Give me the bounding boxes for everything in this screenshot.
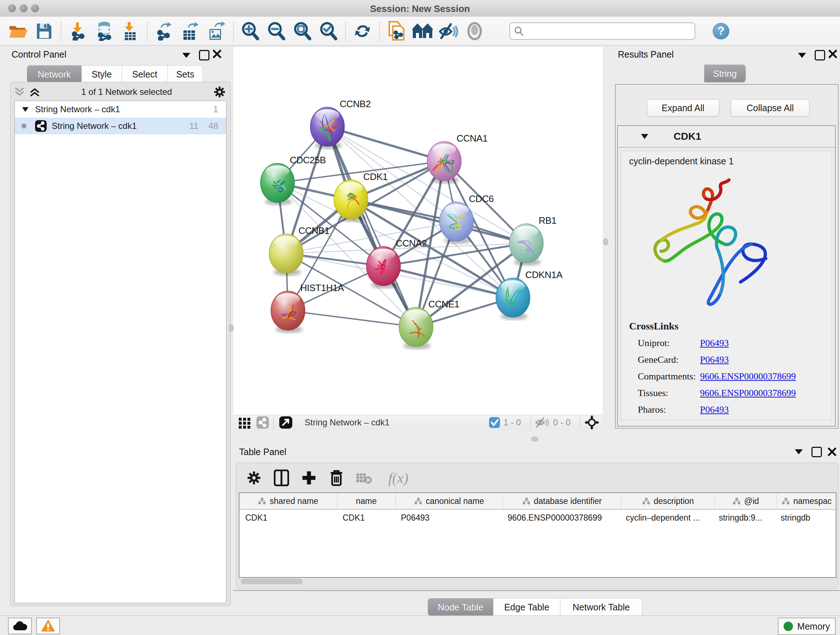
node-CCNE1[interactable]: CCNE1: [399, 299, 459, 349]
table-cell[interactable]: stringdb:9...: [713, 510, 775, 526]
delete-column-button[interactable]: [327, 468, 346, 488]
table-horizontal-scrollbar[interactable]: [241, 578, 302, 584]
control-panel-float-icon[interactable]: [182, 53, 190, 58]
collection-expander-icon[interactable]: [22, 107, 28, 112]
column-header-shared-name[interactable]: shared name: [240, 493, 337, 509]
control-panel-maximize-icon[interactable]: [199, 50, 210, 60]
node-CDC6[interactable]: CDC6: [439, 193, 494, 244]
hide-unhide-button[interactable]: [438, 21, 459, 42]
horizontal-splitter-handle[interactable]: [531, 437, 538, 442]
show-columns-button[interactable]: [272, 468, 291, 488]
results-panel-float-icon[interactable]: [798, 53, 806, 58]
tab-select[interactable]: Select: [122, 65, 168, 83]
open-in-window-button[interactable]: [278, 416, 294, 429]
tab-style[interactable]: Style: [82, 65, 122, 83]
tab-edge-table[interactable]: Edge Table: [493, 598, 561, 616]
column-header-name[interactable]: name: [337, 493, 396, 509]
import-network-from-file-button[interactable]: [68, 21, 88, 42]
open-session-button[interactable]: [8, 21, 28, 42]
collapse-all-button[interactable]: Collapse All: [731, 99, 810, 117]
table-row[interactable]: CDK1CDK1P064939606.ENSP00000378699cyclin…: [240, 510, 836, 526]
left-splitter-handle[interactable]: [229, 325, 234, 332]
edge-CCNB2-CCNA1[interactable]: [327, 127, 444, 161]
warnings-button[interactable]: [36, 618, 60, 634]
table-cell[interactable]: CDK1: [337, 510, 395, 526]
export-network-button[interactable]: [154, 21, 175, 42]
tab-node-table[interactable]: Node Table: [428, 598, 493, 616]
node-table[interactable]: shared namenamecanonical namedatabase id…: [239, 492, 836, 578]
crosslink-link[interactable]: 9606.ENSP00000378699: [700, 371, 796, 382]
export-image-button[interactable]: [206, 21, 227, 42]
network-row[interactable]: String Network – cdk1 11 48: [15, 118, 226, 134]
network-options-gear-icon[interactable]: [213, 86, 226, 98]
control-panel-close-icon[interactable]: [213, 50, 221, 58]
cloud-status-button[interactable]: [8, 618, 32, 634]
save-session-button[interactable]: [34, 21, 55, 42]
node-RB1[interactable]: RB1: [509, 215, 556, 266]
help-button[interactable]: ?: [713, 23, 729, 40]
node-CCNA1[interactable]: CCNA1: [427, 133, 488, 184]
column-header-database-identifier[interactable]: database identifier: [503, 493, 622, 509]
search-input[interactable]: [509, 22, 695, 40]
tab-sets[interactable]: Sets: [168, 65, 203, 83]
column-header-@id[interactable]: @id: [715, 493, 777, 509]
network-canvas[interactable]: CCNB2CCNA1CDC25BCDK1CDC6RB1CCNB1CCNA2CDK…: [233, 47, 603, 415]
crosslink-link[interactable]: P06493: [700, 338, 729, 348]
table-cell[interactable]: CDK1: [240, 510, 337, 526]
node-CDKN1A[interactable]: CDKN1A: [496, 269, 563, 320]
search-text-field[interactable]: [524, 24, 695, 38]
collapse-all-networks-icon[interactable]: [30, 87, 40, 97]
node-HIST1H1A[interactable]: HIST1H1A: [271, 282, 344, 333]
table-cell[interactable]: stringdb: [775, 510, 834, 526]
home-layout-button[interactable]: [412, 21, 433, 42]
refresh-view-button[interactable]: [352, 21, 373, 42]
column-header-canonical-name[interactable]: canonical name: [396, 493, 503, 509]
node-CDC25B[interactable]: CDC25B: [261, 155, 326, 205]
delete-table-button[interactable]: [354, 468, 374, 488]
memory-button[interactable]: Memory: [778, 618, 836, 635]
table-panel-close-icon[interactable]: [828, 448, 836, 456]
right-splitter-handle[interactable]: [603, 238, 608, 245]
edge-CCNB2-CCNE1[interactable]: [327, 127, 416, 327]
results-panel-maximize-icon[interactable]: [815, 50, 825, 60]
edge-HIST1H1A-CCNE1[interactable]: [288, 310, 416, 327]
table-cell[interactable]: P06493: [395, 510, 502, 526]
export-table-button[interactable]: [180, 21, 201, 42]
node-CCNB2[interactable]: CCNB2: [310, 98, 371, 149]
tab-network[interactable]: Network: [27, 65, 82, 83]
column-header-description[interactable]: description: [622, 493, 715, 509]
copy-network-button[interactable]: [386, 21, 407, 42]
table-panel-float-icon[interactable]: [795, 449, 803, 454]
table-settings-button[interactable]: [244, 468, 264, 488]
share-network-icon[interactable]: [256, 416, 269, 429]
node-CCNB1[interactable]: CCNB1: [269, 225, 330, 276]
selected-checkbox-icon[interactable]: [489, 417, 500, 428]
network-collection-row[interactable]: String Network – cdk1 1: [15, 101, 226, 118]
crosslink-link[interactable]: 9606.ENSP00000378699: [700, 388, 796, 399]
column-header-namespac[interactable]: namespac: [777, 493, 836, 509]
zoom-out-button[interactable]: [266, 21, 287, 42]
zoom-selected-button[interactable]: [318, 21, 339, 42]
tab-string[interactable]: String: [704, 65, 746, 82]
table-panel-maximize-icon[interactable]: [812, 447, 822, 457]
table-cell[interactable]: 9606.ENSP00000378699: [502, 510, 620, 526]
function-builder-button[interactable]: f(x): [382, 468, 415, 488]
zoom-fit-button[interactable]: [292, 21, 313, 42]
crosslink-link[interactable]: P06493: [700, 355, 729, 365]
table-cell[interactable]: cyclin–dependent ...: [620, 510, 713, 526]
expand-all-networks-icon[interactable]: [14, 87, 25, 97]
tab-network-table[interactable]: Network Table: [561, 598, 643, 616]
show-view-button[interactable]: [464, 21, 485, 42]
birdseye-grid-icon[interactable]: [238, 416, 251, 429]
fit-content-crosshair-icon[interactable]: [584, 415, 599, 430]
crosslink-link[interactable]: P06493: [700, 404, 729, 415]
import-table-from-file-button[interactable]: [120, 21, 141, 42]
expand-all-button[interactable]: Expand All: [647, 99, 719, 117]
gene-expander-icon[interactable]: [641, 134, 648, 139]
import-network-from-database-button[interactable]: [94, 21, 115, 42]
add-column-button[interactable]: [299, 468, 319, 488]
results-panel-close-icon[interactable]: [829, 50, 837, 58]
gene-section-header[interactable]: CDK1: [618, 126, 835, 148]
node-CDK1[interactable]: CDK1: [334, 171, 387, 222]
zoom-in-button[interactable]: [240, 21, 261, 42]
